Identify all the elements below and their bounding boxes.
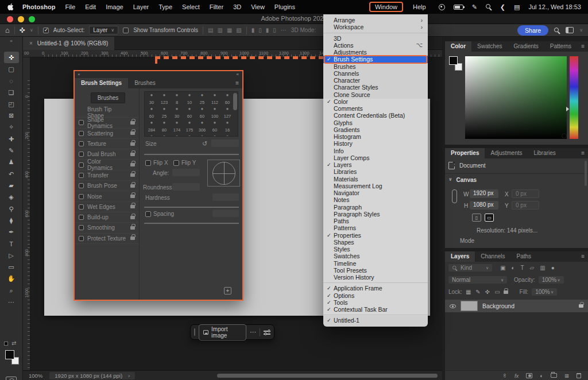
search-icon[interactable]: [554, 28, 560, 33]
eyedropper-tool[interactable]: ✧: [4, 122, 19, 133]
kind-filter-dropdown[interactable]: Kind ∨: [448, 264, 492, 272]
brush-section-row[interactable]: Wet Edges: [75, 202, 139, 212]
flip-x-checkbox[interactable]: [145, 160, 151, 166]
window-menu-item[interactable]: ✓ Clone Source: [323, 91, 428, 98]
dodge-tool[interactable]: ⚲: [4, 203, 19, 215]
quick-mask-button[interactable]: [6, 377, 17, 380]
brush-preset[interactable]: 60: [145, 106, 158, 119]
filter-type-icon[interactable]: ●: [551, 265, 555, 271]
filter-type-icon[interactable]: ◐: [511, 265, 514, 271]
lock-option-icon[interactable]: ✎: [475, 289, 480, 295]
window-menu-item[interactable]: ✓ Brush Settings: [323, 56, 428, 63]
panel-tab[interactable]: Patterns: [544, 41, 577, 52]
lock-option-icon[interactable]: ▦: [466, 289, 471, 295]
brush-preset[interactable]: 30: [171, 106, 183, 119]
menubar-app-icon[interactable]: ▤: [514, 3, 520, 11]
menubar-item[interactable]: Help: [413, 3, 426, 10]
window-menu-item[interactable]: ✓ 3D: [323, 35, 428, 42]
gradient-tool[interactable]: ◈: [4, 192, 19, 203]
brush-preset[interactable]: 60: [183, 106, 196, 119]
document-info[interactable]: 1920 px x 1080 px (144 ppi) ›: [49, 372, 135, 379]
brush-preset[interactable]: [196, 133, 208, 137]
more-actions-icon[interactable]: ⋯: [250, 328, 256, 336]
window-menu-item[interactable]: ✓ Styles: [323, 246, 428, 253]
lock-icon[interactable]: [130, 142, 135, 146]
type-tool[interactable]: T: [4, 238, 19, 250]
section-checkbox[interactable]: [79, 162, 84, 168]
workspace-layout-icon[interactable]: [566, 27, 574, 33]
y-input[interactable]: 0 px: [512, 201, 539, 210]
size-input[interactable]: [211, 139, 239, 147]
window-menu-item[interactable]: ✓ Adjustments: [323, 49, 428, 56]
new-brush-button[interactable]: +: [224, 287, 231, 294]
window-menu-item[interactable]: ✓ Actions ⌥: [323, 42, 428, 49]
marquee-tool[interactable]: ▢: [4, 63, 19, 75]
lock-all-icon[interactable]: [504, 290, 508, 294]
brush-preset[interactable]: 112: [208, 92, 221, 106]
section-checkbox[interactable]: [79, 120, 84, 125]
menubar-item[interactable]: Photoshop: [22, 3, 55, 10]
brush-preset[interactable]: 80: [158, 119, 171, 133]
battery-icon[interactable]: [454, 5, 463, 10]
blur-tool[interactable]: ⧫: [4, 215, 19, 226]
window-menu-item[interactable]: ✓ Brushes: [323, 63, 428, 70]
window-menu-item[interactable]: ✓ Materials: [323, 176, 428, 183]
window-menu-item[interactable]: ✓ Tools: [323, 299, 428, 306]
adjustment-layer-icon[interactable]: ◐: [540, 373, 543, 379]
import-image-button[interactable]: Import image: [199, 324, 246, 340]
layer-thumbnail[interactable]: [461, 301, 478, 311]
window-menu-item[interactable]: ✓ Shapes: [323, 239, 428, 246]
brush-preset[interactable]: 306: [196, 119, 208, 133]
menubar-item[interactable]: Layer: [133, 3, 149, 10]
width-input[interactable]: 1920 px: [470, 189, 498, 198]
panel-tab[interactable]: Gradients: [508, 41, 544, 52]
filter-type-icon[interactable]: ▥: [540, 265, 545, 271]
lock-option-icon[interactable]: ✜: [485, 289, 490, 295]
filter-type-icon[interactable]: T: [521, 265, 524, 271]
color-field[interactable]: [465, 56, 567, 139]
share-button[interactable]: Share: [517, 25, 548, 36]
hue-slider-marker[interactable]: [566, 107, 569, 111]
panel-tab[interactable]: Swatches: [471, 41, 508, 52]
home-icon[interactable]: ⌂: [5, 26, 10, 34]
foreground-color-swatch[interactable]: [449, 56, 458, 65]
add-mask-icon[interactable]: [526, 373, 532, 378]
brush-preset[interactable]: 100: [208, 106, 221, 119]
lock-icon[interactable]: [130, 216, 135, 219]
panel-tab[interactable]: Libraries: [528, 148, 562, 158]
apple-logo-icon[interactable]: [7, 3, 14, 11]
window-menu-item[interactable]: ✓ Measurement Log: [323, 183, 428, 189]
brush-preset[interactable]: 25: [196, 92, 208, 106]
lock-icon[interactable]: [130, 121, 135, 125]
path-selection-tool[interactable]: ▷: [4, 250, 19, 261]
align-icon[interactable]: ▧: [236, 27, 241, 33]
spotlight-icon[interactable]: [486, 4, 492, 10]
panel-menu-icon[interactable]: ≡: [581, 150, 585, 156]
new-layer-icon[interactable]: ⊞: [564, 373, 569, 379]
window-menu-item[interactable]: ✓ Character Styles: [323, 84, 428, 91]
move-tool[interactable]: ✜: [4, 52, 19, 63]
section-checkbox[interactable]: [79, 215, 84, 220]
filter-type-icon[interactable]: ▱: [530, 265, 535, 271]
window-menu-item[interactable]: ✓ Paragraph: [323, 204, 428, 211]
link-dimensions-icon[interactable]: [452, 189, 457, 203]
brush-section-row[interactable]: Build-up: [75, 212, 139, 223]
opacity-input[interactable]: 100%∨: [539, 276, 564, 284]
lock-icon[interactable]: [130, 236, 135, 240]
auto-select-target-dropdown[interactable]: Layer∨: [89, 26, 118, 34]
pen-tool[interactable]: ✒: [4, 226, 19, 238]
show-transform-checkbox[interactable]: [123, 28, 129, 33]
lock-option-icon[interactable]: ▭: [494, 289, 500, 295]
roundness-input[interactable]: [172, 183, 200, 191]
window-menu-item[interactable]: ✓ Application Frame: [323, 285, 428, 292]
brush-section-row[interactable]: Shape Dynamics: [75, 118, 139, 128]
drag-handle[interactable]: [194, 328, 195, 336]
window-menu-item[interactable]: ✓ Content Credentials (Beta): [323, 112, 428, 119]
lock-icon[interactable]: [130, 131, 135, 135]
brush-section-row[interactable]: Scattering: [75, 129, 139, 139]
window-menu-item[interactable]: ✓: [323, 31, 428, 35]
window-menu-item[interactable]: ✓ Paths: [323, 218, 428, 224]
section-checkbox[interactable]: [79, 236, 84, 241]
zoom-tool[interactable]: ⌕: [4, 285, 19, 296]
brush-section-row[interactable]: Protect Texture: [75, 234, 139, 244]
